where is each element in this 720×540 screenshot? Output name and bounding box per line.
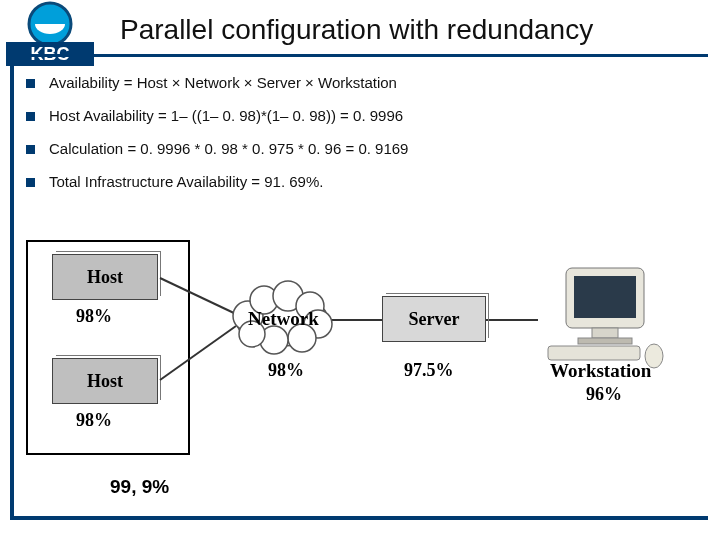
bullet-text: Availability = Host × Network × Server ×… xyxy=(49,74,397,91)
server-box: Server xyxy=(382,296,486,342)
svg-rect-20 xyxy=(548,346,640,360)
host-box-2: Host xyxy=(52,358,158,404)
bullet-text: Calculation = 0. 9996 * 0. 98 * 0. 975 *… xyxy=(49,140,408,157)
availability-diagram: Host 98% Host 98% Network 98% Server 97.… xyxy=(26,240,696,460)
frame-left xyxy=(10,60,14,520)
svg-point-10 xyxy=(273,281,303,311)
svg-rect-19 xyxy=(578,338,632,344)
workstation-icon xyxy=(538,260,668,370)
host-pct-2: 98% xyxy=(76,410,112,431)
server-label: Server xyxy=(409,309,460,330)
workstation-label: Workstation xyxy=(550,360,651,382)
bullet-icon xyxy=(26,112,35,121)
network-label: Network xyxy=(248,308,319,330)
server-pct: 97.5% xyxy=(404,360,454,381)
title-underline xyxy=(14,54,708,57)
slide-title: Parallel configuration with redundancy xyxy=(120,14,593,46)
bullet-icon xyxy=(26,145,35,154)
bullet-icon xyxy=(26,79,35,88)
host-label: Host xyxy=(87,371,123,392)
host-label: Host xyxy=(87,267,123,288)
svg-rect-17 xyxy=(574,276,636,318)
bullet-text: Host Availability = 1– ((1– 0. 98)*(1– 0… xyxy=(49,107,403,124)
host-pct-1: 98% xyxy=(76,306,112,327)
svg-point-14 xyxy=(260,326,288,354)
combined-host-pct: 99, 9% xyxy=(110,476,169,498)
list-item: Total Infrastructure Availability = 91. … xyxy=(26,173,700,190)
bullet-icon xyxy=(26,178,35,187)
frame-bottom xyxy=(10,516,708,520)
workstation-pct: 96% xyxy=(586,384,622,405)
list-item: Availability = Host × Network × Server ×… xyxy=(26,74,700,91)
host-box-1: Host xyxy=(52,254,158,300)
svg-rect-18 xyxy=(592,328,618,338)
bullet-list: Availability = Host × Network × Server ×… xyxy=(26,74,700,206)
network-pct: 98% xyxy=(268,360,304,381)
list-item: Calculation = 0. 9996 * 0. 98 * 0. 975 *… xyxy=(26,140,700,157)
kbc-logo: KBC xyxy=(0,0,100,75)
bullet-text: Total Infrastructure Availability = 91. … xyxy=(49,173,323,190)
list-item: Host Availability = 1– ((1– 0. 98)*(1– 0… xyxy=(26,107,700,124)
